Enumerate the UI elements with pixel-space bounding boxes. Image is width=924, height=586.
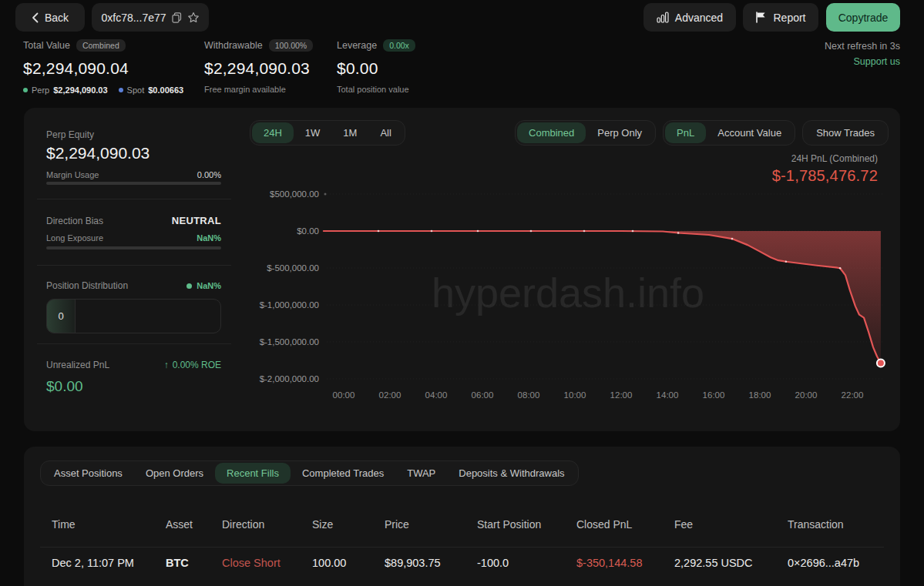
fill-closed-pnl: $-350,144.58 — [576, 557, 674, 569]
copytrade-button[interactable]: Copytrade — [826, 3, 900, 32]
margin-usage-bar — [46, 182, 221, 185]
report-label: Report — [773, 12, 805, 24]
perp-breakdown: Perp $2,294,090.03 — [23, 85, 108, 95]
svg-text:06:00: 06:00 — [472, 390, 494, 400]
unrealized-pnl-value: $0.00 — [46, 378, 221, 395]
total-value-stat: Total Value Combined $2,294,090.04 Perp … — [23, 39, 183, 95]
fill-start-position: -100.0 — [477, 557, 576, 569]
col-time: Time — [52, 518, 166, 531]
fills-tab-group: Asset Positions Open Orders Recent Fills… — [40, 460, 579, 486]
combine-toggle-group: Combined Perp Only — [515, 120, 656, 146]
tab-deposits-withdrawals[interactable]: Deposits & Withdrawals — [447, 463, 576, 484]
long-exposure-value: NaN% — [197, 233, 221, 243]
tab-twap[interactable]: TWAP — [395, 463, 447, 484]
tab-completed-trades[interactable]: Completed Trades — [291, 463, 395, 484]
toggle-perp-only[interactable]: Perp Only — [586, 122, 654, 143]
toggle-account-value[interactable]: Account Value — [706, 122, 793, 143]
combined-badge: Combined — [76, 39, 126, 52]
withdrawable-sub: Free margin available — [204, 85, 313, 94]
fills-table-header: Time Asset Direction Size Price Start Po… — [52, 518, 884, 531]
col-direction: Direction — [222, 518, 312, 531]
back-label: Back — [45, 12, 69, 24]
long-exposure-row: Long Exposure NaN% — [46, 233, 221, 243]
bar-chart-icon — [657, 12, 669, 23]
advanced-label: Advanced — [675, 12, 723, 24]
fill-time: Dec 2, 11:07 PM — [52, 557, 166, 569]
svg-text:$-1,500,000.00: $-1,500,000.00 — [260, 337, 319, 347]
direction-bias-row: Direction Bias NEUTRAL — [46, 215, 221, 226]
range-tab-24h[interactable]: 24H — [252, 122, 294, 143]
toggle-pnl[interactable]: PnL — [665, 122, 706, 143]
svg-text:10:00: 10:00 — [564, 390, 586, 400]
leverage-label: Leverage — [337, 40, 377, 51]
wallet-address: 0xfc78...7e77 — [101, 12, 166, 24]
margin-usage-label: Margin Usage — [46, 170, 99, 179]
show-trades-button[interactable]: Show Trades — [802, 120, 889, 146]
toggle-combined[interactable]: Combined — [517, 122, 586, 143]
divider — [37, 199, 231, 199]
distribution-bucket-zero: 0 — [47, 300, 76, 333]
fill-row[interactable]: Dec 2, 11:07 PM BTC Close Short 100.00 $… — [52, 557, 884, 569]
fill-asset: BTC — [166, 557, 222, 569]
svg-text:22:00: 22:00 — [842, 390, 864, 400]
svg-text:$-1,000,000.00: $-1,000,000.00 — [260, 300, 319, 310]
perp-equity-label: Perp Equity — [46, 129, 221, 140]
col-closed-pnl: Closed PnL — [576, 518, 674, 531]
pnl-chart[interactable]: $500,000.00$0.00$-500,000.00$-1,000,000.… — [247, 188, 894, 404]
long-exposure-bar — [46, 246, 221, 249]
portfolio-chart-panel: Perp Equity $2,294,090.03 Margin Usage 0… — [24, 108, 900, 431]
advanced-button[interactable]: Advanced — [643, 3, 736, 32]
leverage-badge: 0.00x — [383, 39, 415, 52]
table-divider — [40, 547, 884, 547]
arrow-up-icon: ↑ — [164, 360, 169, 370]
col-start-position: Start Position — [477, 518, 576, 531]
withdrawable-value: $2,294,090.03 — [204, 59, 313, 78]
support-us-link[interactable]: Support us — [854, 56, 900, 67]
copy-icon[interactable] — [172, 12, 182, 23]
tab-recent-fills[interactable]: Recent Fills — [215, 463, 291, 484]
perp-equity-value: $2,294,090.03 — [46, 144, 221, 162]
fill-size: 100.00 — [312, 557, 385, 569]
report-button[interactable]: Report — [743, 3, 818, 32]
trader-dashboard: Back 0xfc78...7e77 Advanced Report Copyt… — [0, 0, 924, 586]
back-button[interactable]: Back — [15, 3, 85, 32]
withdrawable-label: Withdrawable — [204, 40, 263, 51]
svg-text:04:00: 04:00 — [425, 390, 448, 400]
roe-value: 0.00% ROE — [173, 360, 221, 370]
position-distribution-chart: 0 — [46, 299, 221, 333]
svg-text:20:00: 20:00 — [795, 390, 818, 400]
svg-text:02:00: 02:00 — [379, 390, 402, 400]
svg-text:hyperdash.info: hyperdash.info — [432, 270, 704, 316]
svg-text:$0.00: $0.00 — [297, 226, 319, 236]
divider — [37, 343, 231, 344]
range-tab-all[interactable]: All — [368, 122, 402, 143]
long-exposure-label: Long Exposure — [46, 233, 103, 243]
star-icon[interactable] — [187, 12, 200, 24]
svg-text:00:00: 00:00 — [333, 390, 355, 400]
tab-open-orders[interactable]: Open Orders — [134, 463, 215, 484]
fill-price: $89,903.75 — [385, 557, 477, 569]
chevron-left-icon — [32, 12, 39, 23]
copytrade-label: Copytrade — [838, 12, 889, 24]
svg-text:16:00: 16:00 — [703, 390, 725, 400]
col-fee: Fee — [674, 518, 788, 531]
position-distribution-label: Position Distribution — [46, 280, 128, 291]
leverage-sub: Total position value — [337, 85, 415, 94]
position-distribution-value: NaN% — [197, 281, 221, 290]
range-tab-1w[interactable]: 1W — [294, 122, 332, 143]
range-tab-1m[interactable]: 1M — [331, 122, 368, 143]
metric-toggle-group: PnL Account Value — [663, 120, 795, 146]
fill-transaction-link[interactable]: 0×2696...a47b — [788, 557, 884, 569]
position-distribution-row: Position Distribution NaN% — [46, 280, 221, 291]
total-value-label: Total Value — [23, 40, 70, 51]
col-transaction: Transaction — [788, 518, 884, 531]
total-value: $2,294,090.04 — [23, 59, 183, 78]
fills-panel: Asset Positions Open Orders Recent Fills… — [24, 447, 900, 586]
svg-text:$-500,000.00: $-500,000.00 — [267, 263, 319, 273]
wallet-address-pill[interactable]: 0xfc78...7e77 — [92, 3, 209, 32]
withdrawable-stat: Withdrawable 100.00% $2,294,090.03 Free … — [204, 39, 313, 94]
tab-asset-positions[interactable]: Asset Positions — [42, 463, 134, 484]
unrealized-pnl-row: Unrealized PnL ↑ 0.00% ROE — [46, 360, 221, 370]
refresh-countdown: Next refresh in 3s — [825, 41, 900, 52]
direction-bias-value: NEUTRAL — [172, 215, 221, 226]
